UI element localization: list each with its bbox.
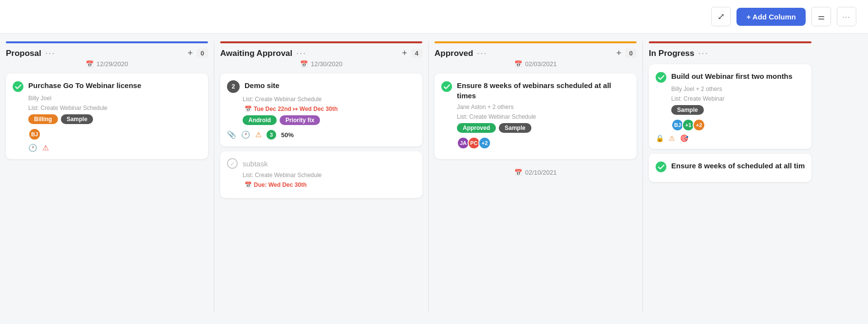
card-demo-title: Demo site xyxy=(245,80,280,90)
ensure2-check-icon xyxy=(656,162,666,172)
inprogress-header: In Progress ··· xyxy=(649,48,811,58)
awaiting-header: Awaiting Approval ··· + 4 xyxy=(220,48,422,58)
calendar-icon-3: 📅 xyxy=(514,60,522,68)
card-title: Purchase Go To Webinar license xyxy=(28,80,141,90)
calendar-icon-2: 📅 xyxy=(300,60,308,68)
column-approved: Approved ··· + 0 📅 02/03/2021 Ensure 8 w… xyxy=(429,41,643,313)
build-check-icon xyxy=(656,72,666,83)
progress-text: 50% xyxy=(281,131,294,139)
card-demo-list: List: Create Webinar Schedule xyxy=(227,96,415,103)
card-demo-title-row: 2 Demo site xyxy=(227,80,415,93)
approved-date: 02/03/2021 xyxy=(525,60,557,68)
tag-approved: Approved xyxy=(457,123,496,133)
ensure-title-row: Ensure 8 weeks of webinars scheduled at … xyxy=(441,80,630,101)
column-in-progress: In Progress ··· Build out Webinar first … xyxy=(643,41,817,313)
clock-icon: 🕐 xyxy=(28,144,38,152)
tag-row: Billing Sample xyxy=(13,114,201,124)
demo-tag-row: Android Priority fix xyxy=(227,115,415,125)
inprogress-title: In Progress xyxy=(649,49,695,58)
approved-date-2: 02/10/2021 xyxy=(525,169,557,176)
proposal-menu[interactable]: ··· xyxy=(45,48,56,58)
awaiting-count: 4 xyxy=(411,49,422,58)
clock-icon-2: 🕐 xyxy=(241,130,250,139)
avatar-billy: BJ xyxy=(28,128,41,141)
demo-date-range: 📅 Tue Dec 22nd ↦ Wed Dec 30th xyxy=(227,106,415,112)
warn-icon: ⚠ xyxy=(669,134,675,142)
column-proposal: Proposal ··· + 0 📅 12/29/2020 Purchase G… xyxy=(0,41,214,313)
calendar-red-icon: 📅 xyxy=(245,106,252,112)
ensure-list: List: Create Webinar Schedule xyxy=(441,113,630,120)
badge-num: 2 xyxy=(227,80,240,93)
ensure2-title-row: Ensure 8 weeks of scheduled at all tim xyxy=(656,161,805,172)
demo-date-range-text: Tue Dec 22nd ↦ Wed Dec 30th xyxy=(254,106,338,112)
card-ensure-partial[interactable]: Ensure 8 weeks of scheduled at all tim xyxy=(649,154,811,182)
proposal-accent xyxy=(6,41,208,43)
awaiting-date: 12/30/2020 xyxy=(311,60,342,68)
proposal-date: 12/29/2020 xyxy=(96,60,128,68)
check-icon xyxy=(13,81,23,92)
target-icon: 🎯 xyxy=(680,134,688,142)
awaiting-date-row: 📅 12/30/2020 xyxy=(220,60,422,68)
awaiting-title: Awaiting Approval xyxy=(220,49,292,58)
filter-icon: ⚌ xyxy=(818,12,825,21)
subtask-calendar-icon: 📅 xyxy=(245,181,252,188)
ensure-assignee: Jane Aston + 2 others xyxy=(441,104,630,110)
fullscreen-button[interactable]: ⤢ xyxy=(711,7,731,26)
more-options-button[interactable]: ··· xyxy=(837,7,856,26)
subtask-title: subtask xyxy=(243,160,268,168)
filter-button[interactable]: ⚌ xyxy=(811,7,831,26)
approved-date-row: 📅 02/03/2021 xyxy=(434,60,637,68)
board: Proposal ··· + 0 📅 12/29/2020 Purchase G… xyxy=(0,34,868,321)
proposal-add-button[interactable]: + xyxy=(188,48,193,58)
ensure-avatars: JA PC +2 xyxy=(441,137,630,149)
card-assignee: Billy Joel xyxy=(13,95,201,102)
build-assignee: Billy Joel + 2 others xyxy=(656,86,805,92)
approved-title: Approved xyxy=(434,49,473,58)
column-awaiting-approval: Awaiting Approval ··· + 4 📅 12/30/2020 2… xyxy=(214,41,429,313)
card-list: List: Create Webinar Schedule xyxy=(13,105,201,111)
more-icon: ··· xyxy=(843,13,851,20)
ensure-card-title: Ensure 8 weeks of webinars scheduled at … xyxy=(457,80,630,101)
approved-menu[interactable]: ··· xyxy=(477,48,487,58)
card-subtask[interactable]: ✓ subtask List: Create Webinar Schedule … xyxy=(220,151,422,198)
subtask-due: 📅 Due: Wed Dec 30th xyxy=(227,181,415,188)
approved-accent xyxy=(434,41,637,43)
inprogress-accent xyxy=(649,41,811,43)
avatar-3: +2 xyxy=(478,137,491,149)
comment-badge: 3 xyxy=(266,130,276,140)
ensure2-card-title: Ensure 8 weeks of scheduled at all tim xyxy=(671,161,805,171)
subtask-check-icon: ✓ xyxy=(227,158,238,169)
add-column-button[interactable]: + Add Column xyxy=(736,8,806,26)
demo-footer: 📎 🕐 ⚠ 3 50% xyxy=(227,130,415,140)
card-purchase-webinar[interactable]: Purchase Go To Webinar license Billy Joe… xyxy=(6,73,208,159)
card-ensure-webinars[interactable]: Ensure 8 weeks of webinars scheduled at … xyxy=(434,73,637,159)
proposal-count: 0 xyxy=(197,49,208,58)
inprogress-menu[interactable]: ··· xyxy=(698,48,709,58)
subtask-due-text: Due: Wed Dec 30th xyxy=(254,181,306,188)
build-tag-row: Sample xyxy=(656,105,805,115)
card-build-webinar[interactable]: Build out Webinar first two months Billy… xyxy=(649,64,811,149)
toolbar: ⤢ + Add Column ⚌ ··· xyxy=(0,0,868,34)
build-avatar-3: +2 xyxy=(693,119,705,131)
proposal-header: Proposal ··· + 0 xyxy=(6,48,208,58)
tag-priority: Priority fix xyxy=(280,115,320,125)
approved-header: Approved ··· + 0 xyxy=(434,48,637,58)
ensure-tag-row: Approved Sample xyxy=(441,123,630,133)
warning-orange-icon: ⚠ xyxy=(255,130,262,139)
proposal-title: Proposal xyxy=(6,49,41,58)
approved-count: 0 xyxy=(625,49,637,58)
approved-add-button[interactable]: + xyxy=(616,48,622,58)
tag-sample-2: Sample xyxy=(499,123,531,133)
subtask-list: List: Create Webinar Schedule xyxy=(227,172,415,179)
paperclip-icon: 📎 xyxy=(227,130,236,139)
tag-android: Android xyxy=(243,115,277,125)
awaiting-add-button[interactable]: + xyxy=(402,48,407,58)
lock-icon: 🔒 xyxy=(656,134,664,142)
subtask-title-row: ✓ subtask xyxy=(227,158,415,169)
awaiting-menu[interactable]: ··· xyxy=(296,48,306,58)
tag-sample: Sample xyxy=(61,114,94,124)
build-footer: 🔒 ⚠ 🎯 xyxy=(656,134,805,142)
ensure-check-icon xyxy=(441,81,452,92)
tag-sample-3: Sample xyxy=(671,105,704,115)
card-demo-site[interactable]: 2 Demo site List: Create Webinar Schedul… xyxy=(220,73,422,146)
